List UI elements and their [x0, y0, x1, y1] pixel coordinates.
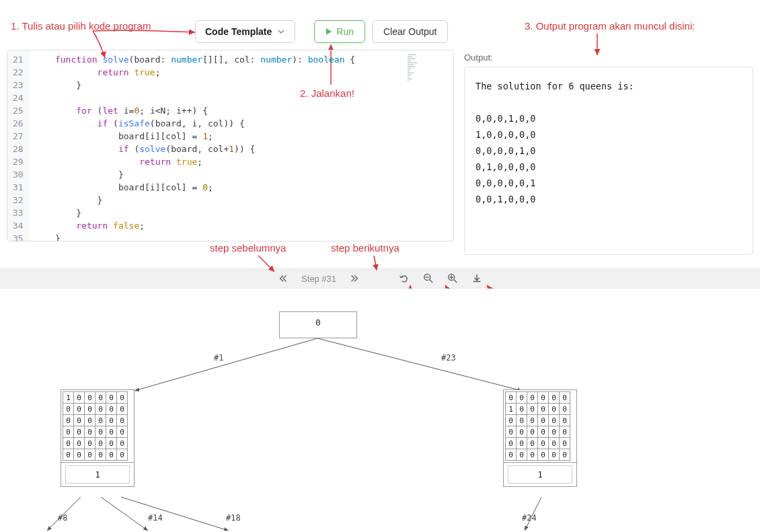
run-button[interactable]: Run [314, 20, 365, 43]
annotation-next-step: step berikutnya [331, 242, 400, 254]
minimap[interactable]: ▂▂▂▂▂▂▂▂▂▂▂▂▂▂▂▂▂▂▂▂▂▂▂▂▂▂▂▂▂▂▂▂▂▂▂▂▂▂▂▂… [406, 50, 453, 241]
play-icon [326, 28, 332, 36]
download-icon [471, 272, 483, 284]
edge-24: #24 [522, 513, 537, 523]
svg-line-7 [135, 338, 317, 391]
arg-left: 1 [95, 470, 100, 480]
svg-line-8 [317, 338, 522, 391]
line-gutter: 21222324252627282930313233343536 [7, 50, 29, 241]
step-next-button[interactable] [348, 272, 360, 284]
step-number: Step #31 [301, 274, 336, 284]
arrow-next-step [371, 254, 385, 273]
svg-line-11 [121, 497, 229, 531]
code-template-label: Code Template [205, 26, 272, 37]
arg-right: 1 [537, 470, 542, 480]
svg-line-1 [430, 280, 433, 283]
output-label: Output: [464, 50, 753, 63]
arrow-prev-step [256, 254, 280, 274]
edge-18: #18 [226, 513, 241, 523]
download-button[interactable] [471, 272, 483, 284]
clear-output-button[interactable]: Clear Output [372, 20, 448, 43]
board-left: 100000000000000000000000000000000000 [63, 391, 128, 461]
annotation-prev-step: step sebelumnya [210, 242, 286, 254]
call-tree[interactable]: 0 #1 #23 #8 #14 #18 #24 1000000000000000… [13, 289, 747, 531]
edge-14: #14 [148, 513, 163, 523]
edge-23: #23 [441, 353, 456, 363]
zoom-out-button[interactable] [422, 272, 434, 284]
code-content[interactable]: function solve(board: number[][], col: n… [29, 50, 406, 241]
output-box: The solution for 6 queens is: 0,0,0,1,0,… [464, 67, 753, 255]
next-icon [348, 272, 360, 284]
zoom-out-icon [422, 272, 434, 284]
annotation-output-here: 3. Output program akan muncul disini: [525, 20, 695, 32]
svg-line-10 [101, 497, 148, 531]
tree-node-right[interactable]: 000000100000000000000000000000000000 1 [503, 389, 577, 487]
tree-node-left[interactable]: 100000000000000000000000000000000000 1 [61, 389, 135, 487]
edge-1: #1 [214, 353, 223, 363]
board-right: 000000100000000000000000000000000000 [505, 391, 570, 461]
edge-8: #8 [58, 513, 67, 523]
tree-root[interactable]: 0 [279, 311, 357, 338]
run-label: Run [336, 26, 354, 37]
arrow-to-output [592, 32, 605, 59]
code-template-dropdown[interactable]: Code Template [195, 20, 295, 43]
chevron-down-icon [277, 28, 285, 36]
code-editor[interactable]: 21222324252627282930313233343536 functio… [7, 50, 454, 241]
clear-label: Clear Output [383, 26, 436, 37]
tree-root-value: 0 [315, 317, 321, 328]
